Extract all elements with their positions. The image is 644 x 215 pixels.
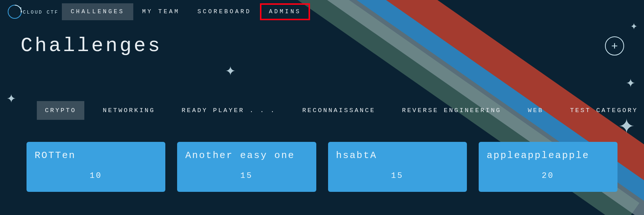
plus-icon: + xyxy=(611,40,618,52)
challenge-title: ROTTen xyxy=(35,150,157,161)
challenge-points: 20 xyxy=(487,171,609,180)
tab-networking[interactable]: NETWORKING xyxy=(95,101,163,120)
logo-text: CLOUD CTF xyxy=(23,10,58,15)
challenge-card[interactable]: appleappleapple 20 xyxy=(479,142,617,192)
challenge-card[interactable]: ROTTen 10 xyxy=(27,142,165,192)
title-row: Challenges + xyxy=(0,24,644,57)
top-nav: CHALLENGES MY TEAM SCOREBOARD ADMINS xyxy=(62,3,310,20)
challenge-title: hsabtA xyxy=(336,150,459,161)
challenge-points: 10 xyxy=(35,171,157,180)
challenge-points: 15 xyxy=(336,171,459,180)
tab-reverse-engineering[interactable]: REVERSE ENGINEERING xyxy=(394,101,510,120)
nav-challenges[interactable]: CHALLENGES xyxy=(62,3,133,20)
add-button[interactable]: + xyxy=(605,36,624,55)
tab-crypto[interactable]: CRYPTO xyxy=(37,101,84,120)
svg-point-1 xyxy=(20,7,21,9)
tab-web[interactable]: WEB xyxy=(520,101,552,120)
nav-scoreboard[interactable]: SCOREBOARD xyxy=(189,3,260,20)
challenge-card[interactable]: hsabtA 15 xyxy=(328,142,467,192)
star-icon: ✦ xyxy=(626,73,635,92)
challenge-grid: ROTTen 10 Another easy one 15 hsabtA 15 … xyxy=(0,142,644,192)
header: CLOUD CTF CHALLENGES MY TEAM SCOREBOARD … xyxy=(0,0,644,24)
tab-test-category[interactable]: TEST CATEGORY xyxy=(562,101,644,120)
nav-my-team[interactable]: MY TEAM xyxy=(133,3,189,20)
challenge-title: appleappleapple xyxy=(487,150,609,161)
page-title: Challenges xyxy=(21,35,162,57)
logo-icon: CLOUD CTF xyxy=(7,3,58,21)
challenge-points: 15 xyxy=(185,171,308,180)
category-tabs: CRYPTO NETWORKING READY PLAYER . . . REC… xyxy=(0,101,644,120)
logo[interactable]: CLOUD CTF xyxy=(7,3,58,21)
tab-ready-player[interactable]: READY PLAYER . . . xyxy=(173,101,284,120)
challenge-card[interactable]: Another easy one 15 xyxy=(177,142,316,192)
challenge-title: Another easy one xyxy=(185,150,308,161)
tab-reconnaissance[interactable]: RECONNAISSANCE xyxy=(294,101,384,120)
star-icon: ✦ xyxy=(225,60,236,80)
svg-point-2 xyxy=(21,11,22,12)
nav-admins[interactable]: ADMINS xyxy=(260,3,310,20)
